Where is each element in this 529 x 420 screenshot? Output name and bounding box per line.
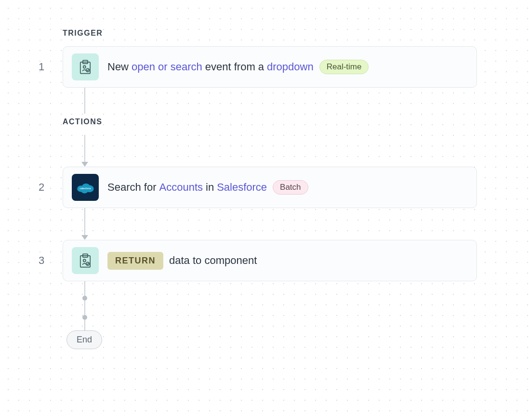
trigger-text: New open or search event from a dropdown… <box>107 60 369 74</box>
salesforce-link[interactable]: Salesforce <box>217 181 267 194</box>
step-row-3: 3 RETURN data to component <box>0 240 529 281</box>
text-mid: in <box>206 181 214 194</box>
step-row-1: 1 New open or search event from a dropdo… <box>0 46 529 88</box>
step-number: 2 <box>0 181 63 194</box>
svg-point-11 <box>83 259 86 262</box>
step-number: 1 <box>0 61 63 73</box>
end-node[interactable]: End <box>66 330 102 349</box>
workflow-canvas[interactable]: TRIGGER 1 New open or search event from … <box>0 0 529 349</box>
action-text: Search for Accounts in Salesforce Batch <box>107 180 308 195</box>
salesforce-icon: salesforce <box>72 174 99 201</box>
connector-arrow <box>84 135 529 167</box>
dropdown-link[interactable]: dropdown <box>267 61 314 73</box>
connector-arrow <box>84 208 529 240</box>
text-prefix: Search for <box>107 181 157 194</box>
text-mid: event from a <box>205 61 264 73</box>
trigger-section-label: TRIGGER <box>63 29 529 38</box>
return-text: RETURN data to component <box>107 252 257 270</box>
text-suffix: data to component <box>169 254 257 267</box>
trigger-card[interactable]: New open or search event from a dropdown… <box>63 46 477 88</box>
svg-text:salesforce: salesforce <box>79 187 91 190</box>
svg-point-2 <box>83 66 86 68</box>
clipboard-user-icon <box>72 247 99 274</box>
step-number: 3 <box>0 254 63 267</box>
connector-end <box>84 281 529 330</box>
batch-badge: Batch <box>273 180 308 195</box>
clipboard-user-icon <box>72 53 99 80</box>
connector <box>84 88 529 114</box>
open-or-search-link[interactable]: open or search <box>132 61 202 73</box>
actions-section-label: ACTIONS <box>63 118 529 126</box>
text-prefix: New <box>107 61 129 73</box>
step-row-2: 2 salesforce Search for Accounts in Sale… <box>0 167 529 208</box>
action-card-salesforce[interactable]: salesforce Search for Accounts in Salesf… <box>63 167 477 208</box>
realtime-badge: Real-time <box>319 60 369 74</box>
return-keyword: RETURN <box>107 252 163 270</box>
action-card-return[interactable]: RETURN data to component <box>63 240 477 281</box>
accounts-link[interactable]: Accounts <box>159 181 203 194</box>
